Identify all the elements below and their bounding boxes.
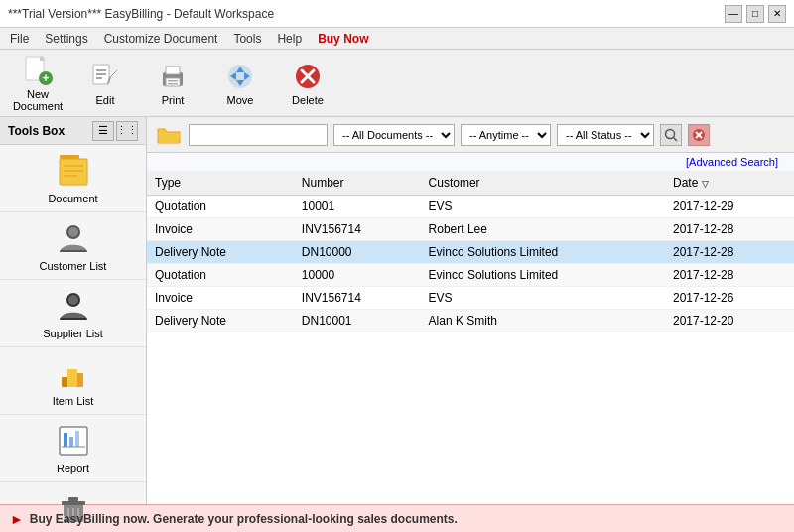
status-bar-arrow-icon: ► xyxy=(10,511,24,527)
window-title: ***Trial Version*** EasyBilling - Defaul… xyxy=(8,7,274,21)
document-table: Type Number Customer Date ▽ Quotation100… xyxy=(147,171,794,332)
new-document-button[interactable]: + New Document xyxy=(8,56,67,111)
table-row[interactable]: InvoiceINV156714EVS2017-12-26 xyxy=(147,287,794,310)
menu-buy-now[interactable]: Buy Now xyxy=(312,30,374,48)
sidebar-item-supplier-list-label: Supplier List xyxy=(43,328,103,339)
col-customer[interactable]: Customer xyxy=(421,171,665,196)
svg-rect-34 xyxy=(64,433,67,447)
cell-type: Quotation xyxy=(147,196,294,218)
edit-button[interactable]: Edit xyxy=(75,56,135,111)
sidebar-title: Tools Box xyxy=(8,124,65,138)
svg-rect-35 xyxy=(69,437,73,447)
svg-point-44 xyxy=(666,129,675,138)
svg-point-27 xyxy=(68,227,78,237)
minimize-button[interactable]: — xyxy=(725,5,742,23)
svg-rect-23 xyxy=(64,165,83,167)
sidebar-item-customer-list[interactable]: Customer List xyxy=(0,212,146,280)
clear-search-button[interactable] xyxy=(688,124,710,146)
cell-type: Invoice xyxy=(147,218,294,241)
status-bar-text: Buy EasyBilling now. Generate your profe… xyxy=(30,512,458,526)
edit-label: Edit xyxy=(96,94,115,106)
cell-type: Quotation xyxy=(147,264,294,287)
title-bar: ***Trial Version*** EasyBilling - Defaul… xyxy=(0,0,794,28)
col-number[interactable]: Number xyxy=(294,171,421,196)
cell-date: 2017-12-29 xyxy=(665,196,794,218)
report-icon xyxy=(56,423,91,459)
status-filter[interactable]: -- All Status -- xyxy=(557,124,654,146)
svg-rect-32 xyxy=(67,369,77,387)
col-date[interactable]: Date ▽ xyxy=(665,171,794,196)
cell-number: INV156714 xyxy=(294,218,421,241)
table-row[interactable]: Delivery NoteDN10001Alan K Smith2017-12-… xyxy=(147,310,794,332)
cell-number: DN10000 xyxy=(294,241,421,264)
sidebar-grid-view-button[interactable]: ⋮⋮ xyxy=(116,121,138,141)
close-button[interactable]: ✕ xyxy=(768,5,786,23)
svg-line-45 xyxy=(674,137,678,141)
search-input[interactable] xyxy=(189,124,328,146)
cell-customer: Robert Lee xyxy=(421,218,665,241)
table-row[interactable]: Delivery NoteDN10000Evinco Solutions Lim… xyxy=(147,241,794,264)
date-sort-icon: ▽ xyxy=(702,179,709,189)
sidebar-item-report[interactable]: Report xyxy=(0,415,146,482)
table-row[interactable]: Quotation10000Evinco Solutions Limited20… xyxy=(147,264,794,287)
menu-settings[interactable]: Settings xyxy=(39,30,93,48)
cell-customer: Evinco Solutions Limited xyxy=(421,241,665,264)
edit-icon xyxy=(89,61,121,92)
document-icon xyxy=(56,153,91,189)
new-document-icon: + xyxy=(22,55,54,86)
document-type-filter[interactable]: -- All Documents -- xyxy=(333,124,455,146)
svg-rect-40 xyxy=(68,497,78,501)
sidebar-item-item-list[interactable]: Item List xyxy=(0,347,146,415)
customer-list-icon xyxy=(56,220,91,256)
print-label: Print xyxy=(162,94,185,106)
supplier-list-icon xyxy=(56,288,91,324)
main-area: Tools Box ☰ ⋮⋮ Document xyxy=(0,117,794,504)
item-list-icon xyxy=(56,355,91,391)
svg-rect-39 xyxy=(62,501,85,505)
table-row[interactable]: InvoiceINV156714Robert Lee2017-12-28 xyxy=(147,218,794,241)
search-button[interactable] xyxy=(660,124,682,146)
move-label: Move xyxy=(227,94,254,106)
cell-date: 2017-12-28 xyxy=(665,264,794,287)
cell-customer: EVS xyxy=(421,287,665,310)
cell-type: Delivery Note xyxy=(147,241,294,264)
new-document-label: New Document xyxy=(8,88,67,112)
time-filter[interactable]: -- Anytime -- xyxy=(461,124,551,146)
sidebar-item-document[interactable]: Document xyxy=(0,145,146,212)
move-button[interactable]: Move xyxy=(210,56,270,111)
menu-help[interactable]: Help xyxy=(271,30,308,48)
window-controls[interactable]: — □ ✕ xyxy=(725,5,786,23)
menu-file[interactable]: File xyxy=(4,30,35,48)
sidebar-list-view-button[interactable]: ☰ xyxy=(92,121,114,141)
sidebar-item-report-label: Report xyxy=(57,463,89,474)
advanced-search-bar: [Advanced Search] xyxy=(147,153,794,171)
cell-type: Invoice xyxy=(147,287,294,310)
table-row[interactable]: Quotation10001EVS2017-12-29 xyxy=(147,196,794,218)
content-toolbar: -- All Documents -- -- Anytime -- -- All… xyxy=(147,117,794,153)
sidebar-item-customer-list-label: Customer List xyxy=(40,260,107,272)
sidebar-item-supplier-list[interactable]: Supplier List xyxy=(0,280,146,347)
delete-icon xyxy=(292,61,324,92)
col-type[interactable]: Type xyxy=(147,171,294,196)
sidebar-header-icons: ☰ ⋮⋮ xyxy=(92,121,138,141)
advanced-search-link[interactable]: [Advanced Search] xyxy=(678,154,786,170)
svg-rect-25 xyxy=(64,175,77,177)
maximize-button[interactable]: □ xyxy=(746,5,764,23)
menu-tools[interactable]: Tools xyxy=(227,30,267,48)
document-table-container: Type Number Customer Date ▽ Quotation100… xyxy=(147,171,794,504)
cell-number: INV156714 xyxy=(294,287,421,310)
svg-rect-21 xyxy=(60,155,79,159)
cell-date: 2017-12-28 xyxy=(665,241,794,264)
cell-number: DN10001 xyxy=(294,310,421,332)
cell-customer: Alan K Smith xyxy=(421,310,665,332)
move-icon xyxy=(224,61,256,92)
svg-rect-11 xyxy=(168,80,178,82)
sidebar-item-item-list-label: Item List xyxy=(53,395,94,407)
sidebar: Tools Box ☰ ⋮⋮ Document xyxy=(0,117,147,504)
svg-text:+: + xyxy=(42,71,49,85)
menu-customize-document[interactable]: Customize Document xyxy=(98,30,224,48)
print-button[interactable]: Print xyxy=(143,56,202,111)
cell-date: 2017-12-28 xyxy=(665,218,794,241)
delete-button[interactable]: Delete xyxy=(278,56,337,111)
cell-type: Delivery Note xyxy=(147,310,294,332)
